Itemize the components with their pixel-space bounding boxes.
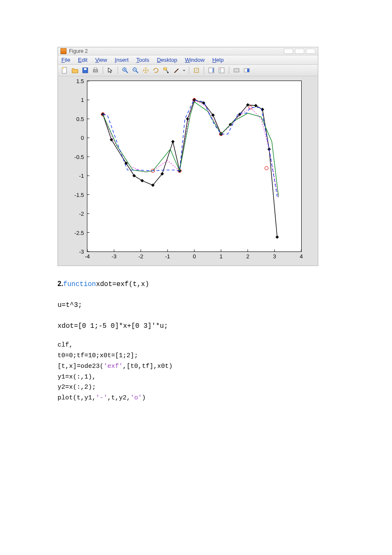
code-plot-s1: '-': [96, 394, 107, 402]
axes-box: -3-2.5-2-1.5-1-0.500.511.5-4-3-2-101234: [87, 81, 302, 252]
zoom-out-icon[interactable]: [131, 66, 140, 75]
hide-plot-icon[interactable]: [232, 66, 241, 75]
colorbar-icon[interactable]: [207, 66, 216, 75]
brush-icon[interactable]: [172, 66, 181, 75]
svg-point-51: [265, 166, 268, 170]
matlab-figure-icon: [61, 48, 66, 54]
function-signature: xdot=exf(t,x): [96, 280, 149, 288]
code-line-xdot: xdot=[0 1;-5 0]*x+[0 3]'*u;: [58, 321, 337, 332]
svg-rect-23: [234, 69, 239, 72]
figure-toolbar: [58, 65, 318, 76]
svg-rect-19: [219, 68, 224, 73]
pan-icon[interactable]: [141, 66, 150, 75]
svg-line-11: [136, 71, 138, 73]
svg-marker-69: [254, 104, 257, 107]
svg-line-7: [126, 71, 128, 73]
menu-edit[interactable]: Edit: [78, 57, 87, 63]
figure-titlebar: Figure 2: [58, 47, 318, 55]
menu-view[interactable]: View: [95, 57, 107, 63]
link-icon[interactable]: [192, 66, 201, 75]
plot-area: -3-2.5-2-1.5-1-0.500.511.5-4-3-2-101234: [58, 76, 318, 266]
code-ode-c: ,[t0,tf],x0t): [123, 363, 173, 370]
code-plot-c: ,t,y2,: [107, 394, 130, 402]
code-ode-str: 'exf': [104, 363, 123, 370]
menu-tools[interactable]: Tools: [136, 57, 149, 63]
svg-point-15: [167, 72, 169, 73]
new-file-icon[interactable]: [61, 66, 69, 75]
item-number: 2.: [58, 280, 63, 287]
rotate-icon[interactable]: [152, 66, 160, 75]
svg-rect-13: [164, 68, 167, 70]
svg-marker-72: [276, 236, 279, 239]
zoom-in-icon[interactable]: [121, 66, 130, 75]
window-buttons: [284, 49, 315, 54]
close-window-button[interactable]: [306, 49, 315, 54]
svg-rect-5: [94, 68, 97, 69]
open-folder-icon[interactable]: [71, 66, 79, 75]
code-block: 2.functionxdot=exf(t,x) u=t^3; xdot=[0 1…: [58, 279, 337, 402]
maximize-button[interactable]: [295, 49, 304, 54]
svg-rect-25: [247, 69, 249, 72]
show-plot-icon[interactable]: [242, 66, 251, 75]
figure-window: Figure 2 File Edit View Insert Tools Des…: [58, 47, 318, 266]
plot-canvas: [87, 81, 301, 251]
code-line-y2: y2=x(:,2);: [58, 384, 337, 392]
print-icon[interactable]: [91, 66, 100, 75]
save-icon[interactable]: [81, 66, 89, 75]
code-plot-e: ): [142, 394, 146, 402]
menu-help[interactable]: Help: [212, 57, 224, 63]
minimize-button[interactable]: [284, 49, 293, 54]
code-line-y1: y1=x(:,1),: [58, 373, 337, 382]
svg-marker-59: [171, 140, 174, 143]
code-line-u: u=t^3;: [58, 300, 337, 311]
data-cursor-icon[interactable]: [162, 66, 170, 75]
code-plot-a: plot(t,y1,: [58, 394, 96, 402]
menu-desktop[interactable]: Desktop: [157, 57, 177, 63]
code-line-t0: t0=0;tf=10;x0t=[1;2];: [58, 352, 337, 360]
menu-file[interactable]: File: [61, 57, 70, 63]
code-line-clf: clf,: [58, 341, 337, 350]
svg-marker-53: [110, 138, 113, 141]
menu-insert[interactable]: Insert: [115, 57, 129, 63]
figure-title: Figure 2: [69, 48, 88, 54]
svg-rect-4: [93, 69, 98, 72]
menu-window[interactable]: Window: [185, 57, 205, 63]
svg-rect-3: [84, 68, 86, 70]
svg-marker-55: [133, 174, 135, 177]
code-ode-a: [t,x]=ode23(: [58, 363, 104, 370]
dropdown-icon[interactable]: [182, 66, 186, 75]
svg-rect-18: [213, 68, 213, 72]
svg-rect-1: [62, 67, 64, 69]
pointer-icon[interactable]: [106, 66, 115, 75]
keyword-function: function: [63, 280, 96, 288]
code-plot-s2: 'o': [130, 394, 142, 402]
legend-icon[interactable]: [217, 66, 226, 75]
figure-menubar: File Edit View Insert Tools Desktop Wind…: [58, 55, 318, 65]
svg-marker-56: [141, 179, 144, 182]
